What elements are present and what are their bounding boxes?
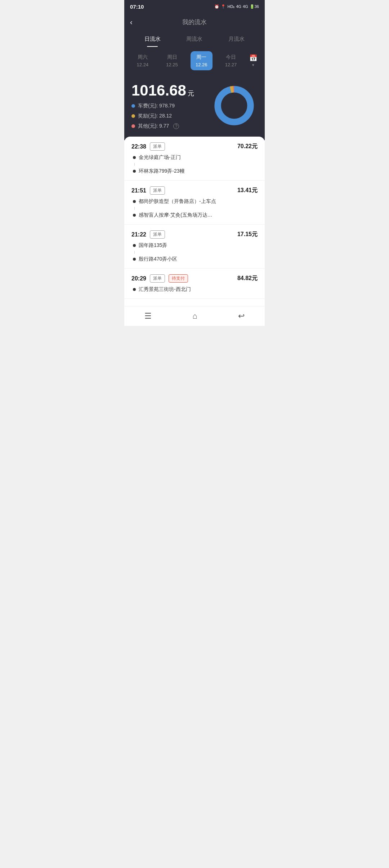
legend-car-fee: 车费(元): 978.79 <box>131 103 211 109</box>
tab-monthly[interactable]: 月流水 <box>221 31 252 47</box>
trip-route: 金光绿庭广场-正门 环林东路799弄-23幢 <box>131 154 258 174</box>
status-time: 07:10 <box>130 4 144 10</box>
total-amount: 1016.68 元 <box>131 82 211 99</box>
trip-route: 汇秀景苑三街坊-西北门 <box>131 286 258 293</box>
trip-amount: 70.22元 <box>237 143 258 150</box>
day-item-sat[interactable]: 周六 12.24 <box>132 51 154 70</box>
route-from: 都尚护肤造型（开鲁路店）-上车点 <box>133 198 258 205</box>
info-icon[interactable]: ? <box>173 123 179 129</box>
route-to: 感智盲人按摩·艾灸(五角场万达… <box>133 212 258 218</box>
day-item-today[interactable]: 今日 12.27 <box>220 51 242 70</box>
menu-icon[interactable]: ☰ <box>144 311 152 321</box>
trip-time: 21:22 <box>131 231 146 238</box>
trip-time: 22:38 <box>131 143 146 150</box>
trip-pending-tag: 待支付 <box>169 274 188 283</box>
back-button[interactable]: ‹ <box>130 18 133 26</box>
calendar-button[interactable]: 📅 ▾ <box>249 54 257 67</box>
legend-other: 其他(元): 9.77 ? <box>131 123 211 129</box>
home-icon[interactable]: ⌂ <box>192 311 197 321</box>
route-dot-to <box>133 214 136 217</box>
trip-header: 21:22 派单 17.15元 <box>131 230 258 239</box>
donut-chart <box>211 82 258 129</box>
day-item-mon[interactable]: 周一 12.26 <box>191 51 213 70</box>
tab-weekly[interactable]: 周流水 <box>179 31 210 47</box>
route-dot-from <box>133 200 136 203</box>
car-fee-dot <box>131 104 135 108</box>
trip-time: 21:51 <box>131 187 146 194</box>
bottom-nav: ☰ ⌂ ↩ <box>124 306 265 326</box>
header: ‹ 我的流水 <box>124 13 265 31</box>
route-from: 金光绿庭广场-正门 <box>133 154 258 161</box>
status-icons: ⏰ 📍 HD₂ 4G 4G 🔋36 <box>214 4 259 9</box>
trip-amount: 17.15元 <box>237 231 258 238</box>
trip-tag: 派单 <box>150 142 165 151</box>
route-dot-from <box>133 288 136 291</box>
trip-route: 国年路135弄 殷行路470弄小区 <box>131 242 258 262</box>
summary-left: 1016.68 元 车费(元): 978.79 奖励(元): 28.12 其他(… <box>131 82 211 129</box>
donut-svg <box>211 82 258 129</box>
trips-list: 22:38 派单 70.22元 金光绿庭广场-正门 环林东路799弄-23幢 2… <box>124 137 265 306</box>
tab-daily[interactable]: 日流水 <box>137 31 168 47</box>
trip-tag: 派单 <box>150 230 165 239</box>
back-icon[interactable]: ↩ <box>238 311 245 321</box>
trip-amount: 13.41元 <box>237 187 258 194</box>
route-from: 国年路135弄 <box>133 242 258 249</box>
route-dot-from <box>133 156 136 159</box>
trip-item: 21:51 派单 13.41元 都尚护肤造型（开鲁路店）-上车点 感智盲人按摩·… <box>124 181 265 225</box>
summary-section: 1016.68 元 车费(元): 978.79 奖励(元): 28.12 其他(… <box>124 75 265 140</box>
trip-route: 都尚护肤造型（开鲁路店）-上车点 感智盲人按摩·艾灸(五角场万达… <box>131 198 258 218</box>
tab-bar: 日流水 周流水 月流水 <box>124 31 265 47</box>
trip-item: 21:22 派单 17.15元 国年路135弄 殷行路470弄小区 <box>124 225 265 269</box>
trip-amount: 84.82元 <box>237 275 258 282</box>
page-title: 我的流水 <box>182 18 207 26</box>
svg-point-1 <box>218 89 251 122</box>
reward-dot <box>131 114 135 118</box>
trip-tag: 派单 <box>150 274 165 283</box>
route-to: 环林东路799弄-23幢 <box>133 168 258 174</box>
day-selector: 周六 12.24 周日 12.25 周一 12.26 今日 12.27 📅 ▾ <box>124 47 265 75</box>
trip-header: 22:38 派单 70.22元 <box>131 142 258 151</box>
trip-header: 20:29 派单 待支付 84.82元 <box>131 274 258 283</box>
day-item-sun[interactable]: 周日 12.25 <box>161 51 183 70</box>
route-dot-from <box>133 244 136 247</box>
status-bar: 07:10 ⏰ 📍 HD₂ 4G 4G 🔋36 <box>124 0 265 13</box>
route-dot-to <box>133 170 136 173</box>
other-dot <box>131 124 135 128</box>
trip-header: 21:51 派单 13.41元 <box>131 186 258 195</box>
calendar-icon: 📅 <box>249 54 257 62</box>
route-from: 汇秀景苑三街坊-西北门 <box>133 286 258 293</box>
route-to: 殷行路470弄小区 <box>133 256 258 262</box>
trip-item: 22:38 派单 70.22元 金光绿庭广场-正门 环林东路799弄-23幢 <box>124 137 265 181</box>
route-dot-to <box>133 258 136 261</box>
legend-reward: 奖励(元): 28.12 <box>131 113 211 119</box>
trip-item: 20:29 派单 待支付 84.82元 汇秀景苑三街坊-西北门 <box>124 269 265 299</box>
trip-tag: 派单 <box>150 186 165 195</box>
trip-time: 20:29 <box>131 275 146 282</box>
